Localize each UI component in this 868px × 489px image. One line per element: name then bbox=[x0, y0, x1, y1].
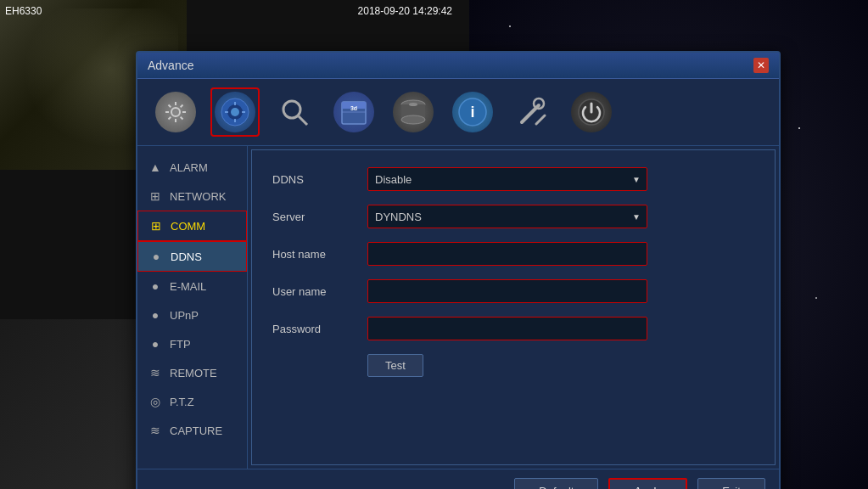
default-button[interactable]: Default bbox=[514, 478, 598, 489]
sidebar-label-ddns: DDNS bbox=[171, 250, 202, 263]
sidebar-label-email: E-MAIL bbox=[170, 280, 206, 293]
toolbar-icon-search[interactable] bbox=[270, 87, 319, 137]
search-icon bbox=[274, 92, 315, 132]
sidebar-item-comm[interactable]: COMM bbox=[137, 211, 247, 241]
channel-id: EH6330 bbox=[5, 5, 42, 17]
tools-icon bbox=[512, 92, 552, 132]
server-select[interactable]: DYNDNS NO-IP Custom bbox=[367, 205, 647, 228]
svg-point-4 bbox=[283, 101, 300, 118]
ddns-select-wrapper: Disable Enable bbox=[367, 167, 647, 191]
advance-dialog: Advance ✕ bbox=[136, 51, 781, 489]
toolbar-icon-settings[interactable] bbox=[151, 87, 200, 137]
sidebar-label-ftp: FTP bbox=[170, 338, 191, 351]
password-input[interactable] bbox=[367, 317, 647, 340]
sidebar: ALARM NETWORK COMM DDNS E-MAIL UPnP bbox=[137, 146, 248, 469]
alarm-icon bbox=[148, 160, 163, 174]
sidebar-item-ptz[interactable]: P.T.Z bbox=[137, 387, 247, 416]
username-row: User name bbox=[272, 279, 754, 303]
hostname-input[interactable] bbox=[367, 242, 647, 266]
hostname-label: Host name bbox=[272, 248, 357, 261]
camera-icon bbox=[215, 92, 255, 132]
timestamp: 2018-09-20 14:29:42 bbox=[358, 5, 452, 17]
sidebar-item-upnp[interactable]: UPnP bbox=[137, 301, 247, 329]
toolbar-icon-calendar[interactable]: 3d bbox=[329, 87, 378, 137]
sidebar-item-network[interactable]: NETWORK bbox=[137, 182, 247, 211]
sidebar-label-comm: COMM bbox=[171, 220, 205, 233]
test-row: Test bbox=[272, 354, 754, 377]
ftp-icon bbox=[148, 337, 163, 351]
sidebar-item-email[interactable]: E-MAIL bbox=[137, 272, 247, 301]
disk-icon bbox=[393, 92, 434, 132]
svg-line-5 bbox=[299, 116, 307, 125]
username-label: User name bbox=[272, 285, 357, 298]
test-button[interactable]: Test bbox=[367, 354, 423, 377]
exit-button[interactable]: Exit bbox=[697, 478, 765, 489]
email-icon bbox=[148, 279, 163, 293]
dialog-title: Advance bbox=[148, 59, 193, 72]
ddns-select[interactable]: Disable Enable bbox=[367, 167, 647, 191]
sidebar-label-capture: CAPTURE bbox=[170, 424, 222, 437]
ddns-label: DDNS bbox=[272, 173, 357, 186]
content-area: ALARM NETWORK COMM DDNS E-MAIL UPnP bbox=[137, 146, 779, 469]
ddns-row: DDNS Disable Enable bbox=[272, 167, 754, 191]
password-label: Password bbox=[272, 323, 357, 335]
toolbar: 3d i bbox=[137, 79, 779, 146]
sidebar-item-ddns[interactable]: DDNS bbox=[137, 241, 247, 272]
ptz-icon bbox=[148, 395, 163, 408]
apply-button[interactable]: Apply bbox=[608, 478, 687, 489]
info-icon: i bbox=[452, 92, 493, 132]
ddns-icon bbox=[148, 250, 164, 263]
network-icon bbox=[148, 189, 163, 203]
svg-point-3 bbox=[231, 108, 239, 116]
toolbar-icon-tools[interactable] bbox=[507, 87, 557, 137]
svg-text:3d: 3d bbox=[350, 105, 357, 111]
svg-point-13 bbox=[409, 103, 417, 106]
sidebar-item-capture[interactable]: CAPTURE bbox=[137, 416, 247, 445]
sidebar-label-alarm: ALARM bbox=[170, 161, 208, 174]
sidebar-item-ftp[interactable]: FTP bbox=[137, 329, 247, 358]
remote-icon bbox=[148, 366, 163, 379]
calendar-icon: 3d bbox=[333, 92, 374, 132]
username-input[interactable] bbox=[367, 279, 647, 303]
sidebar-label-network: NETWORK bbox=[170, 190, 226, 203]
capture-icon bbox=[148, 424, 163, 437]
server-select-wrapper: DYNDNS NO-IP Custom bbox=[367, 205, 647, 228]
server-label: Server bbox=[272, 211, 357, 223]
upnp-icon bbox=[148, 308, 163, 322]
toolbar-icon-power[interactable] bbox=[567, 87, 616, 137]
dialog-titlebar: Advance ✕ bbox=[137, 53, 779, 79]
settings-icon bbox=[155, 92, 196, 132]
sidebar-item-alarm[interactable]: ALARM bbox=[137, 153, 247, 182]
power-icon bbox=[571, 92, 612, 132]
svg-point-0 bbox=[171, 108, 180, 116]
password-row: Password bbox=[272, 317, 754, 340]
close-button[interactable]: ✕ bbox=[753, 58, 769, 73]
sidebar-item-remote[interactable]: REMOTE bbox=[137, 358, 247, 387]
svg-text:i: i bbox=[470, 104, 474, 121]
toolbar-icon-disk[interactable] bbox=[389, 87, 438, 137]
sidebar-label-upnp: UPnP bbox=[170, 309, 199, 322]
comm-icon bbox=[148, 219, 164, 233]
sidebar-label-remote: REMOTE bbox=[170, 367, 217, 379]
server-row: Server DYNDNS NO-IP Custom bbox=[272, 205, 754, 228]
svg-line-18 bbox=[536, 115, 545, 124]
svg-point-12 bbox=[401, 115, 425, 124]
sidebar-label-ptz: P.T.Z bbox=[170, 396, 194, 408]
dialog-footer: Default Apply Exit bbox=[137, 469, 779, 489]
toolbar-icon-info[interactable]: i bbox=[448, 87, 497, 137]
toolbar-icon-camera[interactable] bbox=[210, 87, 260, 137]
hostname-row: Host name bbox=[272, 242, 754, 266]
